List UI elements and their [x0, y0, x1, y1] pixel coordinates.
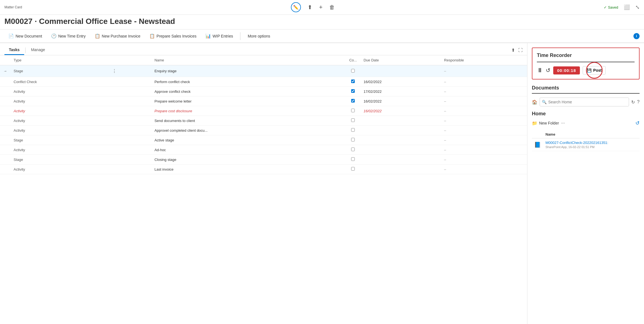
- tab-tasks[interactable]: Tasks: [4, 45, 24, 55]
- row-dots[interactable]: [108, 165, 151, 174]
- row-dots[interactable]: [108, 77, 151, 87]
- row-due-date: [360, 65, 441, 77]
- files-table: Name 📘 M00027-ConflictCheck-202202161351…: [532, 131, 640, 151]
- add-icon[interactable]: +: [319, 4, 323, 11]
- row-arrow: [0, 77, 10, 87]
- row-dots[interactable]: [108, 87, 151, 96]
- row-completed[interactable]: [346, 165, 360, 174]
- row-completed[interactable]: [346, 65, 360, 77]
- row-type: Activity: [10, 165, 108, 174]
- documents-title: Documents: [532, 85, 640, 91]
- row-dots[interactable]: [108, 155, 151, 165]
- tabs-right-icons: ⬆ ⛶: [511, 48, 523, 53]
- collapse-icon[interactable]: ⤡: [635, 4, 640, 10]
- row-due-date: [360, 116, 441, 126]
- share-icon[interactable]: ⬆: [308, 4, 312, 11]
- edit-icon: ✏️: [293, 5, 299, 10]
- tab-manage[interactable]: Manage: [27, 45, 50, 55]
- time-recorder-card: Time Recorder ⏸ ↺ 00:00:18 💾 Post: [532, 48, 640, 79]
- expand-icon[interactable]: ⬜: [624, 4, 630, 10]
- wip-entries-button[interactable]: 📊 WIP Entries: [202, 32, 237, 40]
- new-folder-button[interactable]: 📁 New Folder: [532, 121, 559, 126]
- completed-checkbox[interactable]: [351, 118, 355, 122]
- file-name-link[interactable]: M00027-ConflictCheck-202202161351:: [545, 141, 608, 145]
- row-dots[interactable]: [108, 96, 151, 106]
- col-completed: Co...: [346, 55, 360, 65]
- completed-checkbox[interactable]: [351, 128, 355, 132]
- row-completed[interactable]: [346, 87, 360, 96]
- save-icon: 💾: [587, 68, 592, 73]
- completed-checkbox[interactable]: [351, 167, 355, 171]
- row-menu-button[interactable]: ⋮: [111, 68, 118, 74]
- edit-icon-button[interactable]: ✏️: [291, 2, 301, 12]
- completed-checkbox[interactable]: [351, 109, 355, 112]
- table-row: → Stage ⋮ Enquiry stage –: [0, 65, 527, 77]
- table-row: Activity Send documents to client –: [0, 116, 527, 126]
- col-due-date: Due Date: [360, 55, 441, 65]
- row-name: Enquiry stage: [151, 65, 346, 77]
- row-dots[interactable]: [108, 135, 151, 145]
- new-time-entry-button[interactable]: 🕐 New Time Entry: [47, 32, 90, 40]
- completed-checkbox[interactable]: [351, 69, 355, 73]
- pause-button[interactable]: ⏸: [537, 67, 543, 74]
- prepare-sales-invoices-button[interactable]: 📋 Prepare Sales Invoices: [145, 32, 200, 40]
- row-dots[interactable]: [108, 106, 151, 116]
- completed-checkbox[interactable]: [351, 99, 355, 103]
- row-arrow: [0, 135, 10, 145]
- row-dots[interactable]: ⋮: [108, 65, 151, 77]
- completed-checkbox[interactable]: [351, 157, 355, 161]
- row-dots[interactable]: [108, 126, 151, 135]
- files-col-name: Name: [543, 131, 640, 138]
- help-button[interactable]: ?: [637, 99, 640, 104]
- new-purchase-invoice-button[interactable]: 📋 New Purchase Invoice: [91, 32, 144, 40]
- row-dots[interactable]: [108, 116, 151, 126]
- row-type: Conflict Check: [10, 77, 108, 87]
- home-label: Home: [532, 111, 640, 117]
- completed-checkbox[interactable]: [351, 148, 355, 151]
- row-due-date: 16/02/2022: [360, 106, 441, 116]
- row-arrow: [0, 87, 10, 96]
- app-bar-title: Matter Card: [4, 5, 22, 9]
- row-due-date: [360, 135, 441, 145]
- row-completed[interactable]: [346, 116, 360, 126]
- row-completed[interactable]: [346, 106, 360, 116]
- info-badge[interactable]: i: [633, 33, 640, 39]
- completed-checkbox[interactable]: [351, 89, 355, 93]
- share-tab-icon[interactable]: ⬆: [511, 48, 515, 53]
- new-document-button[interactable]: 📄 New Document: [4, 32, 46, 40]
- reset-button[interactable]: ↺: [546, 67, 550, 74]
- row-dots[interactable]: [108, 145, 151, 155]
- row-responsible: –: [441, 77, 527, 87]
- saved-status: ✓ Saved: [604, 5, 618, 9]
- row-name: Prepare welcome letter: [151, 96, 346, 106]
- left-panel: Tasks Manage ⬆ ⛶ Type Name Co... Due Dat: [0, 43, 527, 324]
- row-completed[interactable]: [346, 96, 360, 106]
- row-completed[interactable]: [346, 126, 360, 135]
- table-row: Activity Approvel completed client docu.…: [0, 126, 527, 135]
- table-row: Conflict Check Perform conflict check 16…: [0, 77, 527, 87]
- completed-checkbox[interactable]: [351, 138, 355, 141]
- refresh-documents-button[interactable]: ↺: [635, 120, 640, 126]
- more-options-button[interactable]: More options: [244, 32, 274, 40]
- col-name: Name: [151, 55, 346, 65]
- row-completed[interactable]: [346, 145, 360, 155]
- home-icon[interactable]: 🏠: [532, 99, 537, 105]
- post-button[interactable]: 💾 Post: [583, 66, 606, 74]
- completed-checkbox[interactable]: [351, 79, 355, 83]
- col-arrow: [0, 55, 10, 65]
- row-completed[interactable]: [346, 77, 360, 87]
- search-input[interactable]: [540, 98, 629, 106]
- row-completed[interactable]: [346, 135, 360, 145]
- row-due-date: 16/02/2022: [360, 96, 441, 106]
- delete-icon[interactable]: 🗑: [329, 4, 335, 11]
- folder-ellipsis-button[interactable]: ···: [561, 121, 565, 126]
- row-completed[interactable]: [346, 155, 360, 165]
- table-row: Activity Last invoice –: [0, 165, 527, 174]
- wip-entries-icon: 📊: [205, 33, 211, 39]
- refresh-search-button[interactable]: ↻: [631, 99, 635, 105]
- file-info: M00027-ConflictCheck-202202161351: Share…: [543, 138, 640, 151]
- documents-section: Documents 🏠 🔍 ↻ ? Home 📁 New Folder: [532, 85, 640, 151]
- row-responsible: –: [441, 116, 527, 126]
- fullscreen-tab-icon[interactable]: ⛶: [518, 48, 523, 53]
- row-type: Stage: [10, 65, 108, 77]
